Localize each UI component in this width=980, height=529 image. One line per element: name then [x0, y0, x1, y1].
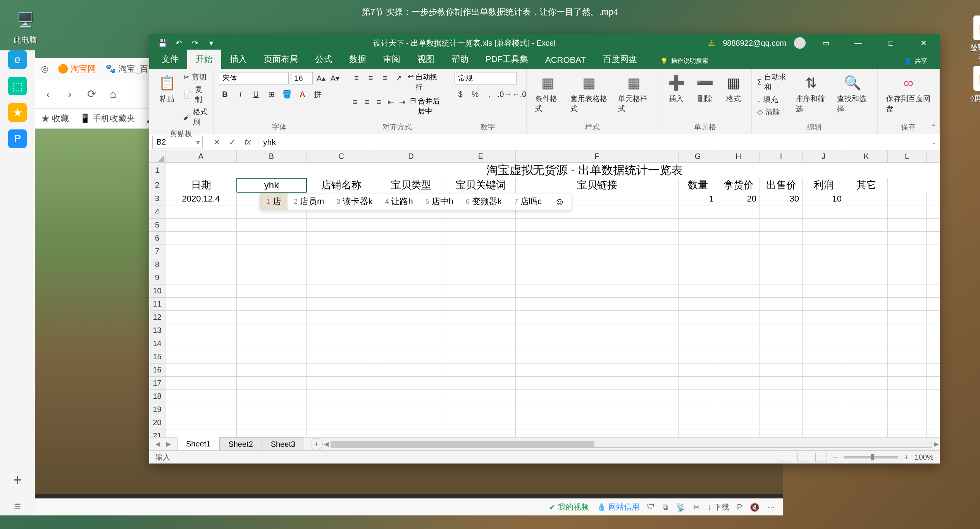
tell-me-search[interactable]: 💡操作说明搜索 [653, 53, 715, 69]
header-cell[interactable]: 店铺名称 [307, 178, 376, 192]
empty-cell[interactable] [760, 258, 803, 271]
decrease-font-button[interactable]: A▾ [329, 72, 341, 84]
empty-cell[interactable] [165, 364, 237, 377]
undo-button[interactable]: ↶ [173, 38, 184, 48]
empty-cell[interactable] [927, 219, 940, 232]
star-icon[interactable]: ★ [8, 103, 27, 122]
empty-cell[interactable] [760, 429, 803, 437]
view-page-break-button[interactable] [815, 453, 827, 462]
scrollbar-thumb[interactable] [331, 441, 594, 447]
empty-cell[interactable] [446, 377, 516, 390]
empty-cell[interactable] [376, 429, 446, 437]
sheet-nav-next[interactable]: ▶ [164, 439, 173, 449]
empty-cell[interactable] [446, 337, 516, 350]
row-header[interactable]: 15 [149, 350, 165, 364]
ime-candidate[interactable]: 3读卡器k [330, 193, 379, 210]
empty-cell[interactable] [803, 298, 845, 311]
empty-cell[interactable] [760, 416, 803, 429]
empty-cell[interactable] [376, 232, 446, 245]
empty-cell[interactable] [376, 337, 446, 350]
home-button[interactable]: ⌂ [106, 87, 120, 101]
column-header[interactable]: E [446, 150, 516, 162]
tab-acrobat[interactable]: ACROBAT [537, 51, 594, 69]
empty-cell[interactable] [376, 311, 446, 324]
empty-cell[interactable] [237, 311, 307, 324]
tab-formulas[interactable]: 公式 [307, 50, 341, 69]
empty-cell[interactable] [307, 311, 376, 324]
empty-cell[interactable] [165, 219, 237, 232]
empty-cell[interactable] [888, 258, 927, 271]
empty-cell[interactable] [845, 192, 888, 205]
ime-candidate[interactable]: 5店中h [419, 193, 460, 210]
empty-cell[interactable] [237, 284, 307, 298]
empty-cell[interactable] [717, 364, 760, 377]
empty-cell[interactable] [845, 298, 888, 311]
merge-center-button[interactable]: ⊟合并后居中 [410, 96, 443, 116]
empty-cell[interactable] [376, 390, 446, 403]
underline-button[interactable]: U [250, 88, 262, 100]
sheet-tab[interactable]: Sheet1 [177, 437, 219, 451]
empty-cell[interactable] [888, 324, 927, 337]
empty-cell[interactable] [516, 350, 679, 364]
empty-cell[interactable] [237, 298, 307, 311]
empty-cell[interactable] [446, 311, 516, 324]
empty-cell[interactable] [888, 271, 927, 284]
empty-cell[interactable] [717, 377, 760, 390]
empty-cell[interactable] [679, 271, 717, 284]
dec-decimal-button[interactable]: ←.0 [513, 88, 525, 100]
empty-cell[interactable] [307, 403, 376, 416]
empty-cell[interactable] [307, 258, 376, 271]
empty-cell[interactable] [760, 377, 803, 390]
empty-cell[interactable] [165, 350, 237, 364]
empty-cell[interactable] [927, 232, 940, 245]
empty-cell[interactable] [803, 311, 845, 324]
empty-cell[interactable] [760, 403, 803, 416]
empty-cell[interactable] [307, 429, 376, 437]
empty-cell[interactable] [516, 429, 679, 437]
font-color-button[interactable]: A [296, 88, 308, 100]
add-icon[interactable]: + [8, 470, 27, 489]
zoom-level[interactable]: 100% [915, 453, 933, 462]
fx-button[interactable]: fx [242, 136, 253, 148]
empty-cell[interactable] [845, 390, 888, 403]
download-label[interactable]: ↓ 下载 [708, 502, 729, 512]
formula-input[interactable]: yhk [258, 134, 928, 150]
inc-decimal-button[interactable]: .0→ [499, 88, 510, 100]
zoom-out-button[interactable]: − [833, 453, 837, 462]
menu-icon[interactable]: ≡ [8, 497, 27, 515]
bookmark-item[interactable]: ★ 收藏 [41, 113, 69, 124]
empty-cell[interactable] [446, 271, 516, 284]
align-center-button[interactable]: ≡ [363, 96, 372, 108]
empty-cell[interactable] [516, 232, 679, 245]
sheet-title-cell[interactable]: 淘宝虚拟无货源 - 出单数据统计一览表 [165, 163, 940, 178]
expand-formula-bar-button[interactable]: ⌄ [928, 138, 940, 146]
empty-cell[interactable] [446, 219, 516, 232]
find-select-button[interactable]: 🔍查找和选择 [834, 72, 872, 115]
empty-cell[interactable] [803, 377, 845, 390]
empty-cell[interactable] [717, 205, 760, 219]
empty-cell[interactable] [888, 337, 927, 350]
sort-filter-button[interactable]: ⇅排序和筛选 [792, 72, 830, 115]
empty-cell[interactable] [760, 337, 803, 350]
cancel-entry-button[interactable]: ✕ [211, 136, 222, 148]
align-middle-button[interactable]: ≡ [365, 72, 376, 84]
empty-cell[interactable] [717, 403, 760, 416]
empty-cell[interactable] [717, 232, 760, 245]
empty-cell[interactable] [165, 324, 237, 337]
empty-cell[interactable] [888, 192, 927, 205]
empty-cell[interactable] [803, 258, 845, 271]
empty-cell[interactable] [803, 337, 845, 350]
empty-cell[interactable] [237, 271, 307, 284]
empty-cell[interactable] [516, 311, 679, 324]
empty-cell[interactable] [927, 324, 940, 337]
empty-cell[interactable] [307, 232, 376, 245]
empty-cell[interactable] [376, 403, 446, 416]
clear-button[interactable]: ◇清除 [757, 107, 789, 117]
border-button[interactable]: ⊞ [265, 88, 277, 100]
copy-button[interactable]: 📄复制 [183, 84, 208, 105]
empty-cell[interactable] [679, 245, 717, 258]
empty-cell[interactable] [803, 205, 845, 219]
font-name-select[interactable] [219, 72, 289, 84]
column-header[interactable]: J [803, 150, 845, 162]
app-icon[interactable]: ⬚ [8, 77, 27, 95]
